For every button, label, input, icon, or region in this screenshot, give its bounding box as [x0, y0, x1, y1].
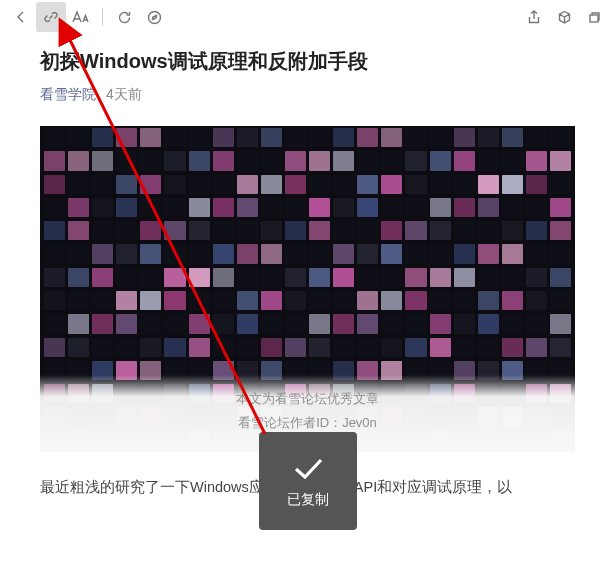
svg-point-0: [148, 11, 160, 23]
caption-line-1: 本文为看雪论坛优秀文章: [40, 387, 575, 412]
article-title: 初探Windows调试原理和反附加手段: [40, 46, 575, 76]
popout-button[interactable]: [579, 2, 609, 32]
share-button[interactable]: [519, 2, 549, 32]
compass-icon: [147, 10, 162, 25]
popout-icon: [587, 10, 601, 24]
article-author[interactable]: 看雪学院: [40, 86, 96, 102]
font-size-button[interactable]: [66, 2, 96, 32]
refresh-button[interactable]: [109, 2, 139, 32]
link-icon: [43, 9, 59, 25]
refresh-icon: [117, 10, 132, 25]
chevron-left-icon: [14, 10, 28, 24]
toolbar: [0, 0, 615, 34]
hero-image-container: 本文为看雪论坛优秀文章 看雪论坛作者ID：Jev0n: [40, 126, 575, 452]
checkmark-icon: [288, 453, 328, 483]
svg-rect-2: [590, 15, 598, 22]
article-meta: 看雪学院 4天前: [40, 86, 575, 104]
article-date: 4天前: [106, 86, 142, 102]
font-size-icon: [72, 10, 90, 24]
svg-marker-1: [152, 15, 156, 19]
copy-link-button[interactable]: [36, 2, 66, 32]
back-button[interactable]: [6, 2, 36, 32]
more-button[interactable]: [549, 2, 579, 32]
toolbar-separator: [102, 8, 103, 26]
cube-icon: [557, 10, 572, 25]
toast-text: 已复制: [287, 491, 329, 509]
share-icon: [527, 10, 541, 25]
open-browser-button[interactable]: [139, 2, 169, 32]
copied-toast: 已复制: [259, 432, 357, 530]
